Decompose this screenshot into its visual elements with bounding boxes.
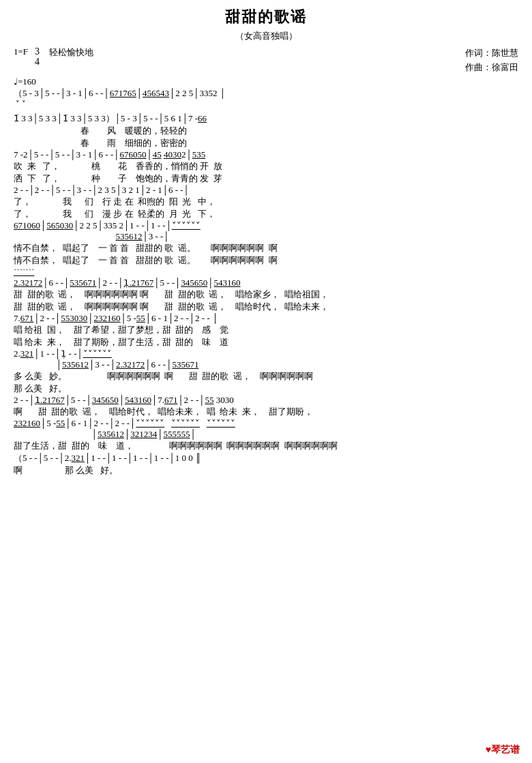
- line9-notation: 2 - -│1̣.21767│5 - -│345650│543160│7.671…: [14, 395, 518, 406]
- line3-notation: 7 -2│5 - -│5 - -│3 - 1│6 - -│676050│45 4…: [14, 149, 518, 160]
- line6-lyrics1: 甜 甜的歌 谣， 啊啊啊啊啊啊 啊 甜 甜的歌 谣， 唱给家乡， 唱给祖国， 甜…: [14, 288, 518, 313]
- title: 甜甜的歌谣: [14, 7, 518, 27]
- tempo-number: ♩=160: [14, 76, 518, 87]
- tempo-mark: 轻松愉快地: [49, 46, 93, 59]
- line7-notation: 7.671│2 - -│553030│232160│5 -55│6 - 1│2 …: [14, 313, 518, 324]
- line9-lyrics1: 啊 甜 甜的歌 谣， 唱给时代， 唱给未来， 唱 给未 来， 甜了期盼，: [14, 406, 518, 418]
- header-row: 1=F 3 4 轻松愉快地 作词：陈世慧 作曲：徐富田: [14, 46, 518, 75]
- line4-notation: 2 - -│2 - -│5 - -│3 - -│2 3 5│3 2 1│2 - …: [14, 185, 518, 196]
- brand-watermark: ♥琴艺谱: [486, 744, 520, 756]
- line2-notation: ˅ ˅ 1̈ 3 3│5 3 3│1̈ 3 3│5 3 3）│5 - 3│5 -…: [14, 100, 518, 125]
- line3-lyrics1: 吹 来 了， 桃 花 香香的，悄悄的 开 放 洒 下 了， 种 子 饱饱的，青青…: [14, 160, 518, 185]
- header-right: 作词：陈世慧 作曲：徐富田: [465, 46, 518, 75]
- music-content: （5 - 3│5 - -│3 - 1│6 - -│671765│456543│2…: [14, 87, 518, 477]
- header-left: 1=F 3 4 轻松愉快地: [14, 46, 93, 68]
- line11-lyrics1: 啊 那 么美 好。: [14, 464, 518, 477]
- line1-notation: （5 - 3│5 - -│3 - 1│6 - -│671765│456543│2…: [14, 87, 518, 100]
- key-signature: 1=F: [14, 46, 28, 57]
- line8-lyrics1: 多 么美 妙。 啊啊啊啊啊啊 啊 甜 甜的歌 谣， 啊啊啊啊啊啊 那 么美 好。: [14, 370, 518, 395]
- line10-lyrics1: 甜了生活，甜 甜的 味 道， 啊啊啊啊啊啊 啊啊啊啊啊啊 啊啊啊啊啊啊: [14, 440, 518, 452]
- line6-notation: ˙˙˙˙˙˙˙ 2.32172│6 - -│535671│2 - -│1̣.21…: [14, 267, 518, 288]
- composer: 作曲：徐富田: [465, 61, 518, 75]
- line10-notation: 232160│5 -55│6 - 1│2 - -│2 - -│˅˅˅˅˅˅ ˅˅…: [14, 418, 518, 440]
- line4-lyrics1: 了， 我 们 行 走 在 和煦的 阳 光 中， 了， 我 们 漫 步 在 轻柔的…: [14, 196, 518, 220]
- subtitle: （女高音独唱）: [14, 30, 518, 42]
- line11-notation: （5 - -│5 - -│2.321│1 - -│1 - -│1 - -│1 -…: [14, 452, 518, 464]
- time-signature: 3 4: [35, 46, 40, 68]
- lyricist: 作词：陈世慧: [465, 46, 518, 61]
- line7-lyrics1: 唱 给祖 国， 甜了希望，甜了梦想，甜 甜的 感 觉 唱 给未 来， 甜了期盼，…: [14, 324, 518, 348]
- line8-notation: 2.321│1 - -│1̣ - -│˅˅˅˅˅˅ │535612│3 - -│…: [14, 348, 518, 370]
- line2-lyrics1: 春 风 暖暖的，轻轻的 春 雨 细细的，密密的: [14, 125, 518, 149]
- line5-notation: 671060│565030│2 2 5│335 2│1 - -│1 - -│˅˅…: [14, 220, 518, 242]
- line5-lyrics1: 情不自禁， 唱起了 一 首 首 甜甜的 歌 谣。 啊啊啊啊啊啊 啊 情不自禁， …: [14, 242, 518, 267]
